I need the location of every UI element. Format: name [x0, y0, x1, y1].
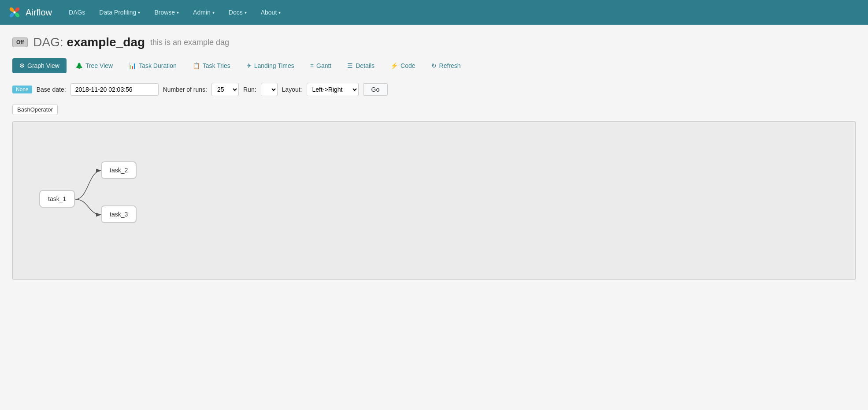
- dag-toggle[interactable]: Off: [12, 37, 28, 47]
- graph-svg: [13, 122, 855, 280]
- tree-view-icon: 🌲: [75, 62, 83, 69]
- nav-docs-caret: ▾: [245, 10, 247, 15]
- task-node-task2[interactable]: task_2: [101, 161, 137, 179]
- nav-docs[interactable]: Docs ▾: [223, 5, 253, 19]
- go-button[interactable]: Go: [363, 83, 388, 96]
- controls-bar: None Base date: Number of runs: 25 10 50…: [12, 83, 856, 96]
- tabs-bar: ❇ Graph View 🌲 Tree View 📊 Task Duration…: [12, 58, 856, 73]
- tab-tree-view[interactable]: 🌲 Tree View: [68, 58, 120, 73]
- tab-code[interactable]: ⚡ Code: [383, 58, 422, 73]
- main-content: Off DAG: example_dag this is an example …: [0, 25, 868, 291]
- tab-details[interactable]: ☰ Details: [340, 58, 382, 73]
- nav-dags[interactable]: DAGs: [63, 5, 91, 19]
- task-node-task1[interactable]: task_1: [39, 190, 75, 208]
- nav-about-caret: ▾: [278, 10, 281, 15]
- tab-code-label: Code: [401, 62, 415, 69]
- layout-label: Layout:: [282, 86, 302, 93]
- nav-links: DAGs Data Profiling ▾ Browse ▾ Admin ▾ D…: [63, 5, 287, 19]
- gantt-icon: ≡: [310, 62, 314, 69]
- base-date-label: Base date:: [37, 86, 66, 93]
- tab-gantt-label: Gantt: [316, 62, 331, 69]
- tab-refresh-label: Refresh: [439, 62, 461, 69]
- refresh-icon: ↻: [431, 62, 437, 69]
- nav-logo-text: Airflow: [26, 7, 52, 18]
- nav-admin-caret: ▾: [212, 10, 215, 15]
- tab-task-tries-label: Task Tries: [203, 62, 230, 69]
- nav-about[interactable]: About ▾: [255, 5, 287, 19]
- svg-point-0: [13, 11, 15, 13]
- tab-landing-times[interactable]: ✈ Landing Times: [239, 58, 301, 73]
- dag-name: example_dag: [67, 35, 145, 49]
- dag-title: DAG: example_dag: [33, 35, 145, 49]
- tab-task-duration-label: Task Duration: [139, 62, 177, 69]
- tab-task-duration[interactable]: 📊 Task Duration: [122, 58, 184, 73]
- num-runs-select[interactable]: 25 10 50 100: [211, 83, 239, 96]
- graph-canvas: task_1 task_2 task_3: [12, 121, 856, 280]
- nav-browse[interactable]: Browse ▾: [148, 5, 185, 19]
- nav-data-profiling[interactable]: Data Profiling ▾: [93, 5, 146, 19]
- run-select[interactable]: [261, 83, 278, 96]
- dag-header: Off DAG: example_dag this is an example …: [12, 35, 856, 49]
- tab-refresh[interactable]: ↻ Refresh: [424, 58, 468, 73]
- num-runs-label: Number of runs:: [163, 86, 207, 93]
- nav-browse-caret: ▾: [177, 10, 179, 15]
- dag-description: this is an example dag: [150, 38, 229, 47]
- tab-gantt[interactable]: ≡ Gantt: [303, 58, 338, 73]
- run-label: Run:: [243, 86, 256, 93]
- nav-admin[interactable]: Admin ▾: [187, 5, 221, 19]
- dag-title-prefix: DAG:: [33, 35, 63, 49]
- code-icon: ⚡: [390, 62, 398, 69]
- legend-bash-operator: BashOperator: [12, 104, 58, 115]
- task-tries-icon: 📋: [193, 62, 200, 69]
- landing-times-icon: ✈: [246, 62, 252, 69]
- navbar: Airflow DAGs Data Profiling ▾ Browse ▾ A…: [0, 0, 868, 25]
- tab-details-label: Details: [356, 62, 375, 69]
- layout-select[interactable]: Left->Right Top->Bottom: [307, 83, 359, 96]
- task-duration-icon: 📊: [129, 62, 136, 69]
- pinwheel-icon: [7, 5, 22, 20]
- legend: BashOperator: [12, 104, 856, 115]
- task-node-task3[interactable]: task_3: [101, 205, 137, 223]
- nav-data-profiling-caret: ▾: [138, 10, 140, 15]
- none-badge: None: [12, 86, 32, 93]
- nav-logo[interactable]: Airflow: [7, 5, 52, 20]
- tab-landing-times-label: Landing Times: [254, 62, 294, 69]
- legend-bash-operator-label: BashOperator: [17, 106, 53, 113]
- details-icon: ☰: [347, 62, 353, 69]
- tab-graph-view[interactable]: ❇ Graph View: [12, 58, 67, 73]
- tab-task-tries[interactable]: 📋 Task Tries: [185, 58, 237, 73]
- tab-tree-view-label: Tree View: [85, 62, 113, 69]
- base-date-input[interactable]: [70, 83, 159, 96]
- tab-graph-view-label: Graph View: [27, 62, 59, 69]
- graph-view-icon: ❇: [19, 62, 25, 69]
